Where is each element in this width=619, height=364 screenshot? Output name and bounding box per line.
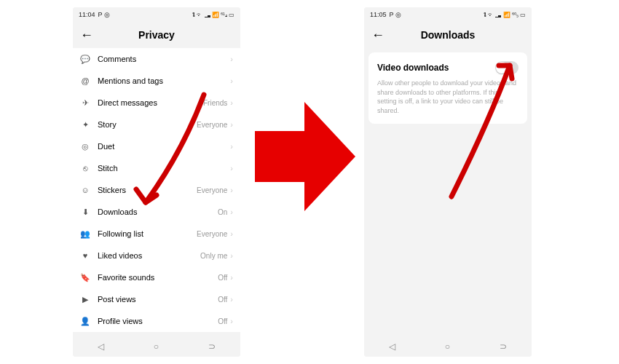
list-label: Post views <box>98 295 218 304</box>
list-label: Story <box>98 120 197 129</box>
chevron-right-icon: › <box>230 295 233 304</box>
stitch-icon: ⎋ <box>80 164 90 173</box>
list-label: Following list <box>98 229 197 238</box>
list-value: Everyone <box>197 121 227 129</box>
list-label: Comments <box>98 55 227 63</box>
download-icon: ⬇ <box>80 207 90 217</box>
android-nav: ◁ ○ ⊃ <box>73 336 240 357</box>
nav-home-icon[interactable]: ○ <box>445 341 450 352</box>
back-icon[interactable]: ← <box>371 28 385 43</box>
list-item-comments[interactable]: 💬Comments› <box>73 48 240 70</box>
list-value: Off <box>218 317 227 325</box>
list-label: Liked videos <box>98 251 200 260</box>
list-value: Off <box>218 274 227 282</box>
nav-recent-icon[interactable]: ◁ <box>98 341 104 352</box>
android-nav: ◁ ○ ⊃ <box>364 336 532 357</box>
page-title: Downloads <box>364 29 532 41</box>
list-value: Everyone <box>197 230 227 238</box>
list-label: Direct messages <box>98 98 203 107</box>
following-icon: 👥 <box>80 229 90 239</box>
plane-icon: ✈ <box>80 98 90 108</box>
list-value: Everyone <box>197 186 227 194</box>
nav-home-icon[interactable]: ○ <box>154 341 159 352</box>
comments-icon: 💬 <box>80 55 90 64</box>
status-time: 11:05 <box>370 11 387 18</box>
list-label: Stickers <box>98 186 197 194</box>
heart-icon: ♥ <box>80 251 90 260</box>
list-label: Favorite sounds <box>98 273 218 282</box>
status-suffix: P ◎ <box>98 11 110 18</box>
video-downloads-toggle[interactable] <box>495 61 519 74</box>
chevron-right-icon: › <box>230 273 233 282</box>
play-icon: ▶ <box>80 295 90 304</box>
list-item-dm[interactable]: ✈Direct messagesFriends› <box>73 92 240 114</box>
chevron-right-icon: › <box>230 98 233 107</box>
chevron-right-icon: › <box>230 317 233 325</box>
profile-icon: 👤 <box>80 317 90 326</box>
story-icon: ✦ <box>80 120 90 130</box>
phone-privacy: 11:04 P ◎ ⇅ ᯤ ▁▃ 📶 ⁶¹₄ ▭ ← Privacy 💬Comm… <box>73 7 240 357</box>
status-time: 11:04 <box>79 11 95 18</box>
card-description: Allow other people to download your vide… <box>377 79 519 115</box>
list-item-following[interactable]: 👥Following listEveryone› <box>73 223 240 245</box>
list-item-duet[interactable]: ◎Duet› <box>73 135 240 157</box>
list-item-postviews[interactable]: ▶Post viewsOff› <box>73 288 240 310</box>
chevron-right-icon: › <box>230 76 233 85</box>
nav-back-icon[interactable]: ⊃ <box>208 341 216 352</box>
at-icon: @ <box>80 76 90 85</box>
status-bar: 11:04 P ◎ ⇅ ᯤ ▁▃ 📶 ⁶¹₄ ▭ <box>73 7 240 22</box>
nav-back-icon[interactable]: ⊃ <box>500 341 507 352</box>
status-bar: 11:05 P ◎ ⇅ ᯤ ▁▃ 📶 ⁶⁰₅ ▭ <box>364 7 532 22</box>
card-title: Video downloads <box>377 63 449 73</box>
duet-icon: ◎ <box>80 142 90 151</box>
list-item-profileviews[interactable]: 👤Profile viewsOff› <box>73 310 240 332</box>
chevron-right-icon: › <box>230 229 233 238</box>
header: ← Privacy <box>73 22 240 48</box>
video-downloads-card: Video downloads Allow other people to do… <box>368 52 527 124</box>
chevron-right-icon: › <box>230 251 233 260</box>
stickers-icon: ☺ <box>80 186 90 194</box>
list-label: Profile views <box>98 317 218 325</box>
chevron-right-icon: › <box>230 142 233 151</box>
phone-downloads: 11:05 P ◎ ⇅ ᯤ ▁▃ 📶 ⁶⁰₅ ▭ ← Downloads Vid… <box>364 7 532 357</box>
list-item-story[interactable]: ✦StoryEveryone› <box>73 114 240 135</box>
list-item-downloads[interactable]: ⬇DownloadsOn› <box>73 201 240 223</box>
chevron-right-icon: › <box>230 55 233 63</box>
chevron-right-icon: › <box>230 164 233 173</box>
header: ← Downloads <box>364 22 532 48</box>
list-value: Only me <box>200 252 227 260</box>
list-item-mentions[interactable]: @Mentions and tags› <box>73 70 240 92</box>
back-icon[interactable]: ← <box>80 28 93 43</box>
status-icons: ⇅ ᯤ ▁▃ 📶 ⁶¹₄ ▭ <box>192 12 234 18</box>
chevron-right-icon: › <box>230 120 233 129</box>
status-icons: ⇅ ᯤ ▁▃ 📶 ⁶⁰₅ ▭ <box>484 12 526 18</box>
list-item-favsounds[interactable]: 🔖Favorite soundsOff› <box>73 266 240 288</box>
bookmark-icon: 🔖 <box>80 273 90 282</box>
list-item-liked[interactable]: ♥Liked videosOnly me› <box>73 245 240 266</box>
list-label: Downloads <box>98 207 218 216</box>
list-item-stickers[interactable]: ☺StickersEveryone› <box>73 179 240 201</box>
chevron-right-icon: › <box>230 186 233 194</box>
chevron-right-icon: › <box>230 207 233 216</box>
page-title: Privacy <box>73 29 240 41</box>
list-label: Mentions and tags <box>98 76 227 85</box>
list-label: Duet <box>98 142 227 151</box>
list-value: Off <box>218 296 227 304</box>
nav-recent-icon[interactable]: ◁ <box>389 341 395 352</box>
list-value: Friends <box>203 99 227 107</box>
list-label: Stitch <box>98 164 227 173</box>
status-suffix: P ◎ <box>390 11 401 18</box>
list-value: On <box>218 208 227 216</box>
list-item-stitch[interactable]: ⎋Stitch› <box>73 157 240 179</box>
privacy-list: 💬Comments› @Mentions and tags› ✈Direct m… <box>73 48 240 332</box>
